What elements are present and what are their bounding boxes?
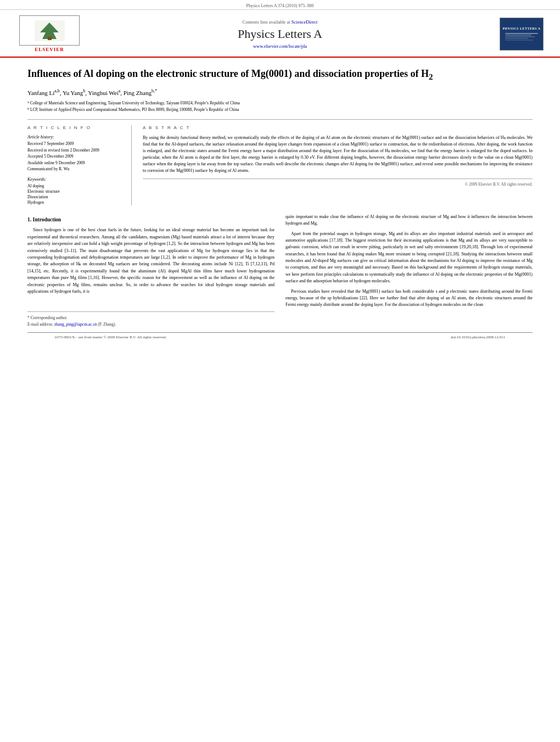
abstract-text: By using the density functional theory m… (143, 135, 533, 174)
page: Physics Letters A 374 (2010) 975–980 ELS… (0, 0, 560, 742)
journal-url: www.elsevier.com/locate/pla (82, 43, 478, 49)
available-date: Available online 9 December 2009 (27, 160, 125, 166)
abstract-label: A B S T R A C T (143, 125, 533, 130)
accepted-date: Accepted 5 December 2009 (27, 154, 125, 160)
author-sup-a2: a (119, 88, 121, 93)
author-sup-b1: b (83, 88, 85, 93)
keyword-dissociation: Dissociation (27, 194, 125, 199)
sciencedirect-label: Contents lists available at ScienceDirec… (82, 19, 478, 25)
article-title: Influences of Al doping on the electroni… (27, 68, 533, 82)
right-para3: Previous studies have revealed that the … (285, 288, 533, 309)
communicated-by: Communicated by R. Wu (27, 166, 125, 172)
journal-ref: Physics Letters A 374 (2010) 975–980 (247, 3, 314, 8)
article-body: Influences of Al doping on the electroni… (0, 58, 560, 352)
affiliation-b: ᵇ LCP, Institute of Applied Physics and … (27, 107, 533, 113)
right-column: quite important to make clear the influe… (285, 214, 533, 328)
cover-image-box: PHYSICS LETTERS A (500, 18, 544, 51)
authors-line: Yanfang Lia,b, Yu Yangb, Yinghui Weia, P… (27, 88, 533, 97)
right-para1: quite important to make clear the influe… (285, 214, 533, 227)
main-content-columns: 1. Introduction Since hydrogen is one of… (27, 214, 533, 328)
keyword-electronic: Electronic structure (27, 189, 125, 194)
copyright-line: © 2009 Elsevier B.V. All rights reserved… (143, 178, 533, 187)
issn-text: 0375-9601/$ – see front matter © 2009 El… (55, 335, 167, 339)
page-footer: 0375-9601/$ – see front matter © 2009 El… (27, 332, 533, 342)
journal-cover: PHYSICS LETTERS A (478, 18, 544, 51)
intro-para1: Since hydrogen is one of the best clean … (27, 227, 275, 295)
revised-date: Received in revised form 2 December 2009 (27, 148, 125, 154)
right-para2: Apart from the potential usages in hydro… (285, 231, 533, 285)
keyword-al-doping: Al doping (27, 183, 125, 188)
email-line: E-mail address: zhang_ping@iapcm.ac.cn (… (27, 321, 275, 328)
elsevier-logo: ELSEVIER (16, 15, 82, 52)
cover-decoration (505, 32, 538, 41)
corresponding-label: * Corresponding author. (27, 315, 275, 321)
journal-ref-bar: Physics Letters A 374 (2010) 975–980 (0, 0, 560, 10)
article-info-panel: A R T I C L E I N F O Article history: R… (27, 125, 132, 205)
footnote-area: * Corresponding author. E-mail address: … (27, 311, 275, 327)
history-label: Article history: (27, 135, 125, 140)
journal-center: Contents lists available at ScienceDirec… (82, 19, 478, 49)
author-sup-a: a,b (54, 88, 60, 93)
keywords-label: Keywords: (27, 177, 125, 182)
journal-header: ELSEVIER Contents lists available at Sci… (0, 10, 560, 58)
article-info-label: A R T I C L E I N F O (27, 125, 125, 130)
journal-title: Physics Letters A (82, 27, 478, 41)
sciencedirect-link[interactable]: ScienceDirect (292, 19, 318, 25)
article-title-text: Influences of Al doping on the electroni… (27, 68, 429, 79)
left-column: 1. Introduction Since hydrogen is one of… (27, 214, 275, 328)
elsevier-logo-box (19, 15, 80, 46)
elsevier-tree-icon (35, 20, 65, 41)
cover-title: PHYSICS LETTERS A (502, 27, 540, 30)
affiliations: ᵃ College of Materials Science and Engin… (27, 101, 533, 113)
received-date: Received 7 September 2009 (27, 141, 125, 147)
abstract-panel: A B S T R A C T By using the density fun… (143, 125, 533, 205)
email-link[interactable]: zhang_ping@iapcm.ac.cn (54, 322, 97, 327)
h2-subscript: 2 (429, 72, 433, 81)
intro-heading: 1. Introduction (27, 216, 275, 224)
elsevier-brand-label: ELSEVIER (35, 47, 64, 52)
keyword-hydrogen: Hydrogen (27, 200, 125, 205)
affiliation-a: ᵃ College of Materials Science and Engin… (27, 101, 533, 107)
svg-rect-2 (48, 37, 52, 40)
email-label: E-mail address: (27, 322, 53, 327)
author-sup-b2: b,* (152, 88, 157, 93)
doi-text: doi:10.1016/j.physleta.2009.12.011 (451, 335, 505, 339)
journal-url-link[interactable]: www.elsevier.com/locate/pla (253, 43, 307, 49)
email-suffix: (P. Zhang). (98, 322, 116, 327)
info-abstract-section: A R T I C L E I N F O Article history: R… (27, 119, 533, 205)
